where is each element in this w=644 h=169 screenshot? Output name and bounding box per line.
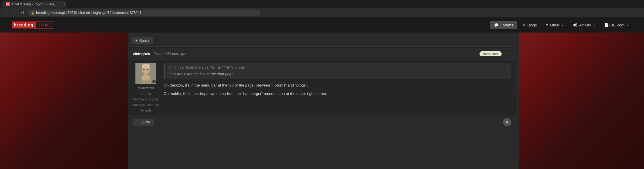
other-icon: ≡	[546, 23, 548, 27]
bbporn-label: BB Porn	[611, 23, 625, 27]
quote-header: On 11/15/2023 at 4:41 PM, UKFFBBBtm said…	[169, 66, 507, 70]
post-line-2: On mobile, it's in the dropdown menu fro…	[164, 91, 511, 97]
refresh-button[interactable]: ↺	[20, 10, 26, 15]
user-location: Mid-Atlantic foothills	[133, 98, 159, 101]
tab-favicon: BZ	[6, 2, 10, 6]
svg-point-2	[142, 64, 150, 68]
nav-links: 💬 Forums ✏ Blogs ≡ Other ▾ 📢 Activity ▾ …	[490, 21, 632, 29]
user-sidebar: Moderators 🗨 1.7k Mid-Atlantic foothills…	[133, 63, 159, 112]
tab-close-button[interactable]: ✕	[62, 2, 66, 6]
tab-title: Chat Missing - Page 10 - Tips, T...	[12, 2, 60, 6]
nav-forums[interactable]: 💬 Forums	[490, 21, 517, 29]
like-icon: ♥	[506, 120, 508, 125]
user-tag-1: Don't Ask, Don't Tell	[133, 103, 159, 107]
new-tab-button[interactable]: +	[67, 1, 74, 8]
top-quote-plus-icon: +	[135, 39, 137, 43]
svg-point-4	[147, 69, 149, 70]
blogs-icon: ✏	[523, 23, 526, 27]
main-content: + Quote viking8x6 Posted 23 hours ago Mo…	[0, 33, 644, 132]
top-action-bar: + Quote	[128, 35, 516, 47]
quote-dot-icon	[169, 66, 171, 69]
back-button[interactable]: ‹	[3, 10, 9, 15]
post-body: Moderators 🗨 1.7k Mid-Atlantic foothills…	[128, 60, 516, 116]
lock-icon: 🔒	[31, 11, 34, 15]
activity-icon: 📢	[573, 23, 577, 27]
svg-point-5	[145, 71, 146, 71]
quote-author: UKFFBBBtm said:	[217, 66, 245, 70]
bbporn-chevron-icon: ▾	[627, 24, 628, 27]
online-status-indicator	[152, 80, 156, 83]
forward-button[interactable]: ›	[12, 10, 17, 15]
svg-point-3	[143, 69, 145, 70]
quote-attribution: On 11/15/2023 at 4:41 PM, UKFFBBBtm said…	[174, 66, 245, 70]
top-quote-button[interactable]: + Quote	[131, 37, 153, 44]
top-quote-label: Quote	[139, 39, 149, 43]
avatar-container	[135, 63, 156, 84]
logo-zone: ZONE	[35, 21, 54, 29]
moderator-badge: Moderators	[480, 51, 502, 56]
post-line-1: On desktop, it's in the menu bar at the …	[164, 82, 511, 89]
quote-collapse-button[interactable]: ∧	[506, 65, 509, 70]
nav-activity[interactable]: 📢 Activity ▾	[568, 21, 599, 29]
user-posts-text: 🗨 1.7k	[141, 92, 151, 96]
nav-bbporn[interactable]: 📄 BB Porn ▾	[600, 21, 632, 29]
user-post-count: 🗨 1.7k	[141, 92, 151, 96]
nav-other[interactable]: ≡ Other ▾	[542, 21, 567, 29]
other-chevron-icon: ▾	[562, 24, 563, 27]
site-logo[interactable]: breeding ZONE	[12, 21, 54, 29]
url-text: breeding.zone/topic/79630-chat-missing/p…	[36, 11, 142, 15]
activity-chevron-icon: ▾	[593, 24, 595, 27]
other-label: Other	[550, 23, 560, 27]
forums-label: Forums	[500, 23, 513, 27]
quote-block: On 11/15/2023 at 4:41 PM, UKFFBBBtm said…	[164, 63, 511, 79]
blogs-label: Blogs	[527, 23, 537, 27]
nav-blogs[interactable]: ✏ Blogs	[518, 21, 541, 29]
post-header: viking8x6 Posted 23 hours ago Moderators…	[128, 48, 516, 60]
forums-icon: 💬	[494, 23, 499, 27]
post-content: On 11/15/2023 at 4:41 PM, UKFFBBBtm said…	[164, 63, 511, 112]
post-menu-button[interactable]: ···	[505, 51, 511, 56]
bottom-quote-plus-icon: +	[137, 120, 139, 124]
svg-point-8	[141, 75, 151, 80]
post: viking8x6 Posted 23 hours ago Moderators…	[128, 48, 516, 129]
like-button[interactable]: ♥	[503, 118, 511, 126]
tab-bar: BZ Chat Missing - Page 10 - Tips, T... ✕…	[0, 0, 644, 8]
browser-chrome: BZ Chat Missing - Page 10 - Tips, T... ✕…	[0, 0, 644, 17]
bottom-quote-label: Quote	[141, 120, 150, 124]
post-area: + Quote viking8x6 Posted 23 hours ago Mo…	[128, 35, 516, 130]
navbar: breeding ZONE 💬 Forums ✏ Blogs ≡ Other ▾…	[0, 17, 644, 33]
page-background: breeding ZONE 💬 Forums ✏ Blogs ≡ Other ▾…	[0, 17, 644, 169]
post-footer: + Quote ♥	[128, 116, 516, 129]
logo-breeding: breeding	[12, 21, 36, 28]
post-text: On desktop, it's in the menu bar at the …	[164, 82, 511, 97]
post-timestamp: Posted 23 hours ago	[153, 52, 476, 56]
active-tab[interactable]: BZ Chat Missing - Page 10 - Tips, T... ✕	[2, 1, 66, 8]
user-role: Moderators	[138, 86, 154, 90]
quote-date: On 11/15/2023 at 4:41 PM,	[174, 66, 216, 70]
activity-label: Activity	[579, 23, 591, 27]
bottom-quote-button[interactable]: + Quote	[133, 119, 154, 126]
quote-text: I still don't see the link to the chat p…	[169, 72, 507, 76]
url-bar[interactable]: 🔒 breeding.zone/topic/79630-chat-missing…	[28, 10, 260, 16]
post-username: viking8x6	[133, 52, 150, 56]
user-tag-2: Versatile	[140, 109, 151, 112]
address-bar: ‹ › ↺ 🔒 breeding.zone/topic/79630-chat-m…	[0, 8, 644, 17]
bbporn-icon: 📄	[604, 23, 609, 27]
